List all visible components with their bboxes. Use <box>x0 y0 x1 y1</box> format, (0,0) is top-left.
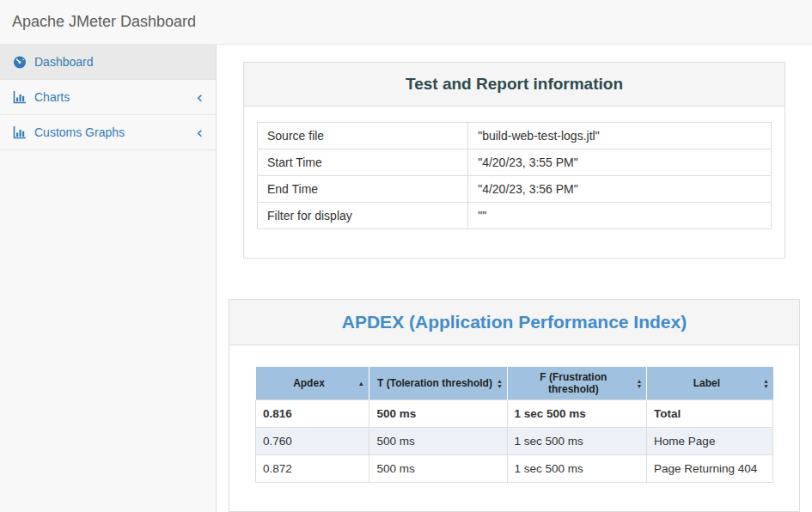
bar-chart-icon <box>13 125 27 139</box>
apdex-panel-body: Apdex ▴ T (Toleration threshold) ▴ ▾ <box>229 345 799 511</box>
sort-both-icon[interactable]: ▴ ▾ <box>498 379 502 388</box>
row-value: "" <box>468 203 772 229</box>
info-panel-heading: Test and Report information <box>244 63 785 107</box>
sort-down-arrow: ▾ <box>764 383 767 388</box>
column-header-frustration-threshold[interactable]: F (Frustration threshold) ▴ ▾ <box>507 367 647 400</box>
apdex-header-row: Apdex ▴ T (Toleration threshold) ▴ ▾ <box>256 367 773 400</box>
label-cell: Total <box>647 400 773 428</box>
sidebar-item-label: Charts <box>34 90 70 104</box>
row-value: "build-web-test-logs.jtl" <box>468 123 772 149</box>
app-title: Apache JMeter Dashboard <box>12 13 196 31</box>
apdex-value-cell: 0.760 <box>256 428 369 455</box>
sidebar-item-charts[interactable]: Charts ‹ <box>0 80 216 115</box>
table-row: 0.872 500 ms 1 sec 500 ms Page Returning… <box>256 455 773 483</box>
sidebar-item-dashboard[interactable]: Dashboard <box>0 45 216 80</box>
toleration-cell: 500 ms <box>369 455 507 483</box>
dashboard-icon <box>13 55 27 69</box>
table-row: End Time "4/20/23, 3:56 PM" <box>258 176 772 203</box>
table-row: 0.760 500 ms 1 sec 500 ms Home Page <box>256 428 773 455</box>
page-layout: Dashboard Charts ‹ <box>0 45 812 512</box>
column-header-label: T (Toleration threshold) <box>377 377 492 389</box>
frustration-cell: 1 sec 500 ms <box>507 400 647 428</box>
label-cell: Home Page <box>647 428 773 455</box>
info-panel-body: Source file "build-web-test-logs.jtl" St… <box>244 107 785 258</box>
table-row: Source file "build-web-test-logs.jtl" <box>258 123 772 149</box>
column-header-label: Apdex <box>293 377 325 389</box>
sort-both-icon[interactable]: ▴ ▾ <box>764 379 767 388</box>
app-header: Apache JMeter Dashboard <box>0 0 812 45</box>
row-label: Filter for display <box>258 203 468 229</box>
frustration-cell: 1 sec 500 ms <box>507 455 647 483</box>
sort-ascending-icon[interactable]: ▴ <box>359 379 363 387</box>
apdex-panel-heading: APDEX (Application Performance Index) <box>229 300 799 345</box>
row-label: Start Time <box>258 149 468 176</box>
sidebar-item-customs-graphs[interactable]: Customs Graphs ‹ <box>0 115 216 150</box>
toleration-cell: 500 ms <box>369 428 507 455</box>
column-header-label: F (Frustration threshold) <box>540 371 607 395</box>
apdex-value-cell: 0.816 <box>256 400 369 428</box>
main-content: Test and Report information Source file … <box>217 45 812 512</box>
chevron-left-icon[interactable]: ‹ <box>196 125 203 141</box>
sort-both-icon[interactable]: ▴ ▾ <box>638 379 641 388</box>
table-row-total: 0.816 500 ms 1 sec 500 ms Total <box>256 400 773 428</box>
chevron-left-icon[interactable]: ‹ <box>196 89 203 106</box>
sidebar: Dashboard Charts ‹ <box>0 45 217 512</box>
column-header-label: Label <box>693 377 720 389</box>
row-value: "4/20/23, 3:55 PM" <box>468 149 772 176</box>
info-table: Source file "build-web-test-logs.jtl" St… <box>257 122 772 229</box>
frustration-cell: 1 sec 500 ms <box>507 428 647 455</box>
column-header-apdex[interactable]: Apdex ▴ <box>256 367 369 400</box>
row-value: "4/20/23, 3:56 PM" <box>468 176 772 203</box>
sidebar-item-label: Customs Graphs <box>34 125 125 139</box>
info-panel: Test and Report information Source file … <box>243 62 785 259</box>
label-cell: Page Returning 404 <box>647 455 773 483</box>
info-panel-title: Test and Report information <box>406 75 623 93</box>
apdex-value-cell: 0.872 <box>256 455 369 483</box>
apdex-panel: APDEX (Application Performance Index) Ap… <box>229 299 800 512</box>
toleration-cell: 500 ms <box>369 400 507 428</box>
column-header-label-col[interactable]: Label ▴ ▾ <box>647 367 773 400</box>
table-row: Filter for display "" <box>258 203 772 229</box>
apdex-table: Apdex ▴ T (Toleration threshold) ▴ ▾ <box>255 367 773 483</box>
apdex-panel-title: APDEX (Application Performance Index) <box>342 312 687 332</box>
table-row: Start Time "4/20/23, 3:55 PM" <box>258 149 772 176</box>
row-label: End Time <box>258 176 468 203</box>
sort-down-arrow: ▾ <box>638 383 641 388</box>
sidebar-item-label: Dashboard <box>34 55 94 69</box>
sort-down-arrow: ▾ <box>498 383 502 388</box>
row-label: Source file <box>258 123 468 149</box>
bar-chart-icon <box>13 90 27 104</box>
column-header-toleration-threshold[interactable]: T (Toleration threshold) ▴ ▾ <box>369 367 507 400</box>
